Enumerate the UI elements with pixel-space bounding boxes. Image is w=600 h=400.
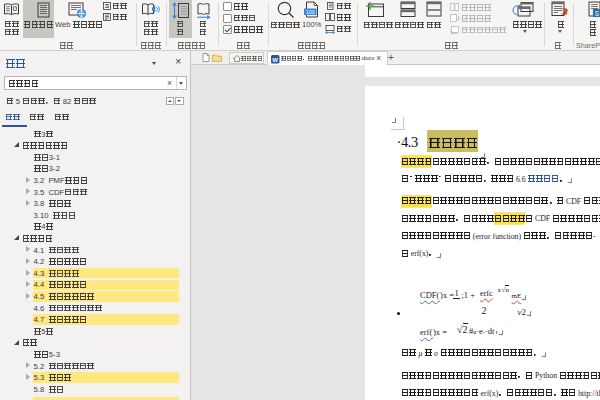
svg-text:100: 100 bbox=[306, 9, 315, 15]
svg-text:W: W bbox=[272, 56, 278, 62]
svg-text:S: S bbox=[595, 10, 600, 17]
